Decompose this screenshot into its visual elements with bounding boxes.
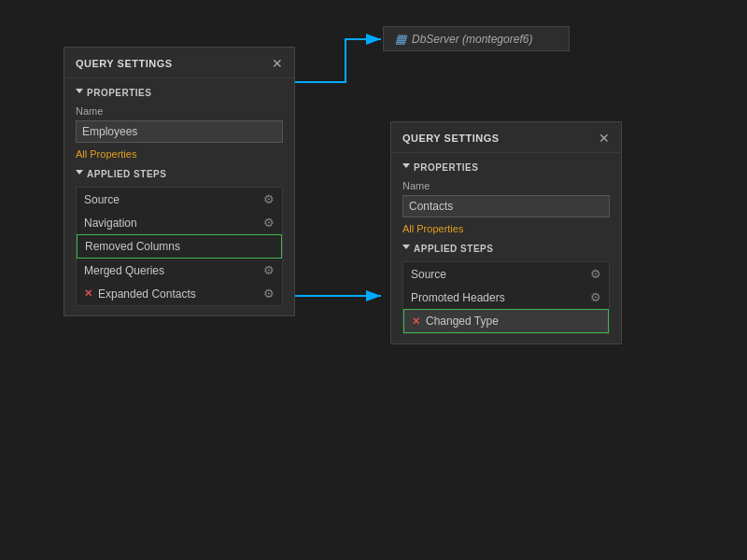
gear-icon[interactable]: ⚙	[263, 287, 275, 301]
gear-icon[interactable]: ⚙	[263, 263, 275, 277]
contacts-name-label: Name	[402, 180, 610, 191]
emp-step-2[interactable]: Removed Columns	[77, 234, 282, 259]
contacts-panel-header: QUERY SETTINGS ✕	[391, 122, 621, 153]
employees-steps-section: APPLIED STEPS Source⚙Navigation⚙Removed …	[76, 169, 283, 306]
contacts-panel: QUERY SETTINGS ✕ PROPERTIES Name All Pro…	[390, 121, 622, 344]
dbserver-badge: ▦ DbServer (montegoref6)	[383, 26, 570, 51]
contacts-properties-title: PROPERTIES	[414, 162, 478, 173]
contacts-panel-title: QUERY SETTINGS	[402, 133, 500, 144]
error-x-icon: ✕	[412, 315, 420, 328]
contacts-steps-list: Source⚙Promoted Headers⚙✕Changed Type	[402, 261, 610, 334]
contacts-properties-triangle-icon	[402, 163, 410, 172]
emp-step-name-0: Source	[84, 193, 120, 206]
con-step-0[interactable]: Source⚙	[403, 262, 609, 286]
emp-step-1[interactable]: Navigation⚙	[77, 211, 282, 234]
contacts-panel-body: PROPERTIES Name All Properties APPLIED S…	[391, 153, 621, 343]
con-step-name-1: Promoted Headers	[411, 291, 505, 304]
employees-panel: QUERY SETTINGS ✕ PROPERTIES Name All Pro…	[63, 47, 295, 316]
employees-name-label: Name	[76, 105, 283, 117]
employees-close-button[interactable]: ✕	[272, 57, 283, 70]
emp-step-left-1: Navigation	[84, 217, 137, 230]
grid-icon: ▦	[395, 32, 406, 46]
properties-triangle-icon	[76, 89, 83, 97]
employees-all-properties-link[interactable]: All Properties	[76, 148, 283, 160]
gear-icon[interactable]: ⚙	[590, 267, 601, 281]
emp-step-name-4: Expanded Contacts	[98, 287, 196, 301]
employees-panel-body: PROPERTIES Name All Properties APPLIED S…	[64, 78, 294, 315]
contacts-steps-triangle-icon	[402, 245, 410, 253]
emp-step-left-2: Removed Columns	[85, 240, 180, 253]
emp-step-left-3: Merged Queries	[84, 264, 164, 277]
emp-step-3[interactable]: Merged Queries⚙	[77, 259, 282, 282]
gear-icon[interactable]: ⚙	[590, 290, 601, 304]
con-step-2[interactable]: ✕Changed Type	[403, 309, 609, 333]
con-step-left-0: Source	[411, 268, 446, 281]
contacts-steps-header: APPLIED STEPS	[402, 244, 610, 254]
contacts-properties-header: PROPERTIES	[402, 162, 610, 173]
emp-step-left-4: ✕Expanded Contacts	[84, 287, 196, 301]
employees-steps-header: APPLIED STEPS	[76, 169, 283, 179]
employees-panel-title: QUERY SETTINGS	[76, 58, 173, 69]
employees-steps-title: APPLIED STEPS	[87, 169, 166, 179]
emp-step-name-3: Merged Queries	[84, 264, 164, 277]
con-step-name-0: Source	[411, 268, 446, 281]
steps-triangle-icon	[76, 170, 83, 178]
con-step-name-2: Changed Type	[426, 315, 499, 328]
contacts-steps-section: APPLIED STEPS Source⚙Promoted Headers⚙✕C…	[402, 244, 610, 334]
employees-name-input[interactable]	[76, 120, 283, 143]
gear-icon[interactable]: ⚙	[263, 192, 275, 206]
employees-steps-list: Source⚙Navigation⚙Removed ColumnsMerged …	[76, 187, 283, 306]
con-step-1[interactable]: Promoted Headers⚙	[403, 286, 609, 309]
employees-properties-title: PROPERTIES	[87, 88, 151, 98]
contacts-steps-title: APPLIED STEPS	[414, 244, 493, 254]
employees-panel-header: QUERY SETTINGS ✕	[64, 48, 294, 78]
emp-step-name-2: Removed Columns	[85, 240, 180, 253]
contacts-close-button[interactable]: ✕	[599, 132, 610, 145]
emp-step-4[interactable]: ✕Expanded Contacts⚙	[77, 282, 282, 305]
emp-step-0[interactable]: Source⚙	[77, 188, 282, 211]
emp-step-name-1: Navigation	[84, 217, 137, 230]
employees-properties-header: PROPERTIES	[76, 88, 283, 98]
emp-step-left-0: Source	[84, 193, 120, 206]
contacts-all-properties-link[interactable]: All Properties	[402, 223, 610, 234]
gear-icon[interactable]: ⚙	[263, 216, 275, 230]
error-x-icon: ✕	[84, 287, 92, 300]
con-step-left-1: Promoted Headers	[411, 291, 505, 304]
contacts-name-input[interactable]	[402, 195, 610, 217]
con-step-left-2: ✕Changed Type	[412, 315, 499, 328]
dbserver-label: DbServer (montegoref6)	[412, 33, 532, 46]
